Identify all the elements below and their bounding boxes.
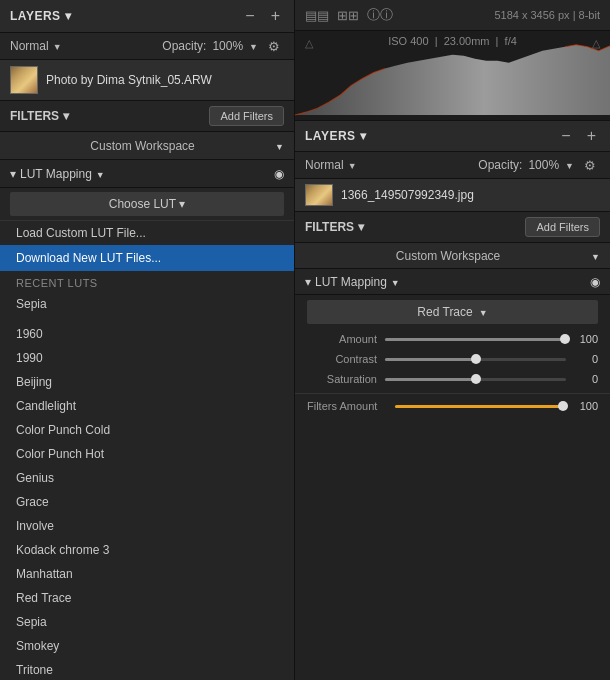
right-opacity-value[interactable]: 100% <box>528 158 559 172</box>
list-item[interactable]: 1960 <box>0 322 294 346</box>
amount-slider-track[interactable] <box>385 338 566 341</box>
saturation-thumb[interactable] <box>471 374 481 384</box>
list-item[interactable]: Involve <box>0 514 294 538</box>
workspace-caret-icon[interactable] <box>275 138 284 153</box>
right-minus-icon <box>561 128 570 144</box>
amount-slider-row: Amount 100 <box>295 329 610 349</box>
filters-amount-track[interactable] <box>395 405 566 408</box>
list-item[interactable]: Color Punch Cold <box>0 418 294 442</box>
left-plus-button[interactable] <box>267 6 284 26</box>
choose-lut-label: Choose LUT <box>109 197 176 211</box>
right-photo-name: 1366_149507992349.jpg <box>341 188 474 202</box>
right-blend-row: Normal Opacity: 100% <box>295 152 610 179</box>
saturation-value: 0 <box>574 373 598 385</box>
load-custom-lut-item[interactable]: Load Custom LUT File... <box>0 220 294 245</box>
layers-icon[interactable]: ⊞ <box>337 8 359 23</box>
left-lut-menu: Choose LUT Load Custom LUT File... Downl… <box>0 188 294 680</box>
layers-chevron-icon[interactable] <box>65 9 72 23</box>
right-filters-label: FILTERS <box>305 220 354 234</box>
left-opacity-label: Opacity: <box>162 39 206 53</box>
contrast-thumb[interactable] <box>471 354 481 364</box>
right-filters-header: FILTERS Add Filters <box>295 212 610 243</box>
right-layers-header: LAYERS <box>295 121 610 152</box>
saturation-slider-track[interactable] <box>385 378 566 381</box>
right-blend-label: Normal <box>305 158 344 172</box>
contrast-slider-track[interactable] <box>385 358 566 361</box>
download-lut-item[interactable]: Download New LUT Files... <box>0 245 294 271</box>
saturation-label: Saturation <box>307 373 377 385</box>
filters-chevron-icon[interactable] <box>63 109 69 123</box>
left-lut-mapping-row: LUT Mapping <box>0 160 294 188</box>
blend-caret-icon <box>53 39 62 53</box>
right-filters-chevron-icon[interactable] <box>358 220 364 234</box>
lut-expand-icon[interactable] <box>10 167 16 181</box>
list-item[interactable]: Tritone <box>0 658 294 680</box>
list-item[interactable]: 1990 <box>0 346 294 370</box>
left-lut-mapping-label: LUT Mapping <box>10 167 105 181</box>
right-lut-mapping-label: LUT Mapping <box>305 275 400 289</box>
left-opacity-row: Opacity: 100% <box>162 37 284 55</box>
saturation-slider-row: Saturation 0 <box>295 369 610 389</box>
right-workspace-caret-icon[interactable] <box>591 248 600 263</box>
contrast-label: Contrast <box>307 353 377 365</box>
iso-label: ISO 400 <box>388 35 428 47</box>
left-blend-label: Normal <box>10 39 49 53</box>
red-trace-caret-icon <box>479 305 488 319</box>
lut-caret-icon[interactable] <box>96 167 105 181</box>
left-panel: LAYERS Normal Opacity: 100% <box>0 0 295 680</box>
red-trace-button[interactable]: Red Trace <box>307 300 598 324</box>
right-gear-icon <box>584 157 596 173</box>
contrast-fill <box>385 358 476 361</box>
info-icon[interactable]: ⓘ <box>367 6 393 24</box>
right-top-icons: ▤ ⊞ ⓘ <box>305 6 393 24</box>
left-opacity-value[interactable]: 100% <box>212 39 243 53</box>
left-filters-title: FILTERS <box>10 109 69 123</box>
list-item[interactable]: Beijing <box>0 370 294 394</box>
recent-luts-header: RECENT LUTS <box>0 271 294 292</box>
right-top-bar: ▤ ⊞ ⓘ 5184 x 3456 px | 8-bit <box>295 0 610 31</box>
right-opacity-label: Opacity: <box>478 158 522 172</box>
left-add-filters-button[interactable]: Add Filters <box>209 106 284 126</box>
list-item[interactable]: Color Punch Hot <box>0 442 294 466</box>
choose-lut-button[interactable]: Choose LUT <box>10 192 284 216</box>
left-gear-button[interactable] <box>264 37 284 55</box>
list-item[interactable]: Red Trace <box>0 586 294 610</box>
list-item[interactable]: Smokey <box>0 634 294 658</box>
list-item[interactable]: Kodack chrome 3 <box>0 538 294 562</box>
right-layers-chevron-icon[interactable] <box>360 129 367 143</box>
right-blend-mode[interactable]: Normal <box>305 158 357 172</box>
list-item[interactable]: Sepia <box>0 292 294 316</box>
list-item[interactable]: Candlelight <box>0 394 294 418</box>
filters-amount-thumb[interactable] <box>558 401 568 411</box>
histogram-icon[interactable]: ▤ <box>305 8 329 23</box>
left-photo-thumb <box>10 66 38 94</box>
left-minus-button[interactable] <box>241 6 258 26</box>
left-photo-name: Photo by Dima Sytnik_05.ARW <box>46 73 212 87</box>
left-lut-mapping-text: LUT Mapping <box>20 167 92 181</box>
lut-visibility-icon[interactable] <box>274 166 284 181</box>
filters-amount-row: Filters Amount 100 <box>295 393 610 418</box>
right-gear-button[interactable] <box>580 156 600 174</box>
right-lut-expand-icon[interactable] <box>305 275 311 289</box>
plus-icon <box>271 8 280 24</box>
list-item[interactable]: Genius <box>0 466 294 490</box>
left-blend-mode[interactable]: Normal <box>10 39 62 53</box>
list-item[interactable]: Grace <box>0 490 294 514</box>
right-blend-caret-icon <box>348 158 357 172</box>
amount-label: Amount <box>307 333 377 345</box>
histogram-area: ISO 400 | 23.00mm | f/4 △ △ <box>295 31 610 121</box>
filters-amount-label: Filters Amount <box>307 400 387 412</box>
right-workspace-row: Custom Workspace <box>295 243 610 269</box>
right-lut-visibility-icon[interactable] <box>590 274 600 289</box>
right-plus-button[interactable] <box>583 126 600 146</box>
recent-luts-text: RECENT LUTS <box>16 277 98 289</box>
right-add-filters-button[interactable]: Add Filters <box>525 217 600 237</box>
list-item[interactable]: Sepia <box>0 610 294 634</box>
histogram-info: ISO 400 | 23.00mm | f/4 <box>388 35 517 47</box>
right-minus-button[interactable] <box>557 126 574 146</box>
left-layers-title: LAYERS <box>10 9 71 23</box>
right-lut-caret-icon[interactable] <box>391 275 400 289</box>
amount-thumb[interactable] <box>560 334 570 344</box>
list-item[interactable]: Manhattan <box>0 562 294 586</box>
right-triangle-icon: △ <box>592 37 600 50</box>
